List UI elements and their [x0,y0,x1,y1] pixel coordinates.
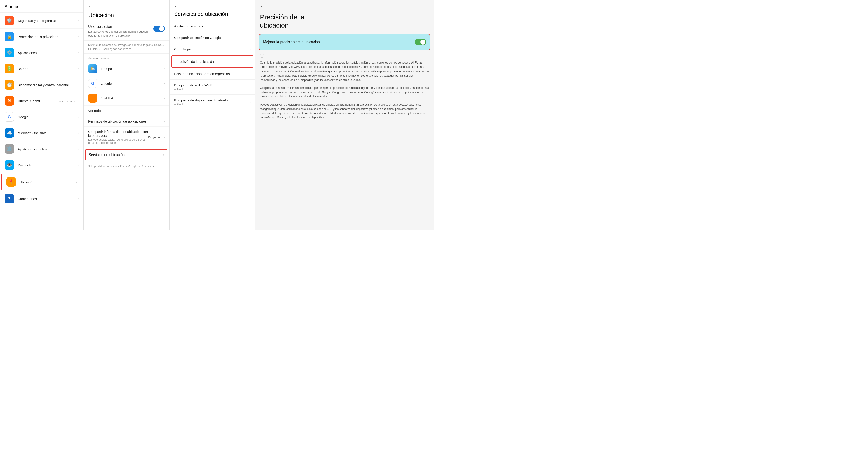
chevron-icon: › [76,180,77,184]
sidebar-item-aplicaciones[interactable]: ⚙️ Aplicaciones › [0,45,84,61]
compartir-sublabel: Las operadoras sabrán de tu ubicación a … [88,138,148,145]
recent-app-google[interactable]: G Google › [84,76,169,91]
bottom-note: Si la precisión de la ubicación de Googl… [84,162,169,171]
sidebar-item-bateria[interactable]: 🔋 Batería › [0,61,84,77]
compartir-google-item[interactable]: Compartir ubicación en Google › [169,32,255,43]
chevron-icon: › [250,85,251,89]
acceso-reciente-label: Acceso reciente [84,54,169,61]
usar-ubicacion-row[interactable]: Usar ubicación Las aplicaciones que tien… [84,22,169,41]
sidebar-item-bienestar[interactable]: ⏱️ Bienestar digital y control parental … [0,77,84,93]
seguridad-label: Seguridad y emergencias [18,19,76,23]
aplicaciones-label: Aplicaciones [18,51,76,55]
chevron-icon: › [164,81,165,86]
sidebar-item-privacidad-prot[interactable]: 🔒 Protección de la privacidad › [0,29,84,45]
usar-ubicacion-toggle[interactable] [153,26,165,32]
comentarios-icon: ? [4,194,14,204]
comentarios-label: Comentarios [18,197,76,201]
justeat-icon: JE [88,94,97,103]
xiaomi-icon: M [4,96,14,105]
back-button-3[interactable]: ← [169,0,255,10]
google-label: Google [18,115,76,119]
mejorar-toggle[interactable] [415,39,426,45]
servicios-box[interactable]: Servicios de ubicación › [86,149,167,160]
adicionales-label: Ajustes adicionales [18,147,76,151]
precision-box[interactable]: Precisión de la ubicación › [171,55,253,68]
ver-todo-link[interactable]: Ver todo [84,105,169,116]
chevron-icon: › [78,115,79,119]
privacidad-icon: 👁️ [4,160,14,170]
info-text-1: Cuando la precisión de la ubicación está… [260,61,429,82]
privacidad-prot-icon: 🔒 [4,32,14,41]
precision-label: Precisión de la ubicación [176,60,246,63]
chevron-icon: › [250,24,251,28]
compartir-item[interactable]: Compartir información de ubicación con l… [84,127,169,148]
sidebar-item-adicionales[interactable]: ⚙️ Ajustes adicionales › [0,141,84,157]
servicios-label: Servicios de ubicación [89,153,161,157]
sidebar-item-ubicacion[interactable]: 📍 Ubicación › [2,174,82,190]
mejorar-box[interactable]: Mejorar la precisión de la ubicación [259,34,430,50]
alertas-item[interactable]: Alertas de seísmos › [169,20,255,32]
selected-ubicacion-container: 📍 Ubicación › [1,174,82,190]
chevron-icon: › [164,67,165,71]
sidebar-item-onedrive[interactable]: ☁️ Microsoft OneDrive › [0,125,84,141]
sidebar-item-seguridad[interactable]: 🛡️ Seguridad y emergencias › [0,13,84,29]
ubicacion-icon: 📍 [6,177,16,187]
servicios-title: Servicios de ubicación [169,10,255,20]
wifi-label: Búsqueda de redes Wi-Fi [174,83,248,87]
bateria-label: Batería [18,67,76,71]
chevron-icon: › [78,83,79,87]
justeat-label: Just Eat [101,96,162,100]
emergencias-item[interactable]: Serv. de ubicación para emergencias › [169,68,255,80]
chevron-icon: › [78,131,79,135]
settings-title: Ajustes [0,0,84,13]
sidebar-item-xiaomi[interactable]: M Cuenta Xiaomi Javier Brenes › [0,93,84,109]
alertas-label: Alertas de seísmos [174,24,248,28]
precision-main-title: Precisión de laubicación [255,11,434,34]
chevron-icon: › [164,119,165,123]
precision-item[interactable]: Precisión de la ubicación › [172,56,253,67]
bluetooth-item[interactable]: Búsqueda de dispositivos Bluetooth Activ… [169,95,255,110]
bluetooth-label: Búsqueda de dispositivos Bluetooth [174,98,248,102]
compartir-label: Compartir información de ubicación con l… [88,130,148,137]
privacidad-prot-label: Protección de la privacidad [18,35,76,39]
recent-app-tiempo[interactable]: 🌤️ Tiempo › [84,61,169,76]
bluetooth-sublabel: Activado [174,103,248,106]
bateria-icon: 🔋 [4,64,14,73]
cronologia-item[interactable]: Cronología › [169,43,255,55]
chevron-icon: › [250,47,251,51]
emergencias-label: Serv. de ubicación para emergencias [174,72,248,76]
google-recent-label: Google [101,82,162,86]
sidebar-item-privacidad[interactable]: 👁️ Privacidad › [0,157,84,173]
info-icon: ⓘ [255,50,434,60]
usar-ubicacion-title: Usar ubicación [88,25,151,29]
bienestar-label: Bienestar digital y control parental [18,83,76,87]
ubicacion-panel: ← Ubicación Usar ubicación Las aplicacio… [84,0,169,230]
servicios-panel: ← Servicios de ubicación Alertas de seís… [169,0,255,230]
back-button-4[interactable]: ← [255,0,434,11]
recent-app-justeat[interactable]: JE Just Eat › [84,91,169,105]
sidebar-item-google[interactable]: G Google › [0,109,84,125]
bienestar-icon: ⏱️ [4,80,14,90]
privacidad-label: Privacidad [18,163,76,167]
precision-panel: ← Precisión de laubicación Mejorar la pr… [255,0,434,230]
xiaomi-label: Cuenta Xiaomi [18,99,57,103]
onedrive-icon: ☁️ [4,128,14,137]
permisos-item[interactable]: Permisos de ubicación de aplicaciones › [84,116,169,127]
back-button[interactable]: ← [84,0,169,10]
compartir-value: Preguntar [148,135,161,139]
satellite-note: Multitud de sistemas de navegación por s… [84,41,169,54]
chevron-icon: › [250,72,251,76]
xiaomi-sublabel: Javier Brenes [57,99,75,103]
chevron-icon: › [78,147,79,151]
wifi-item[interactable]: Búsqueda de redes Wi-Fi Activado › [169,80,255,95]
sidebar-item-comentarios[interactable]: ? Comentarios › [0,191,84,207]
onedrive-label: Microsoft OneDrive [18,131,76,135]
info-text-2: Google usa esta información sin identifi… [260,86,429,99]
servicios-row[interactable]: Servicios de ubicación › [86,150,167,160]
chevron-icon: › [247,59,248,63]
wifi-sublabel: Activado [174,88,248,91]
google-icon: G [4,112,14,122]
chevron-icon: › [164,135,165,139]
chevron-icon: › [78,163,79,167]
chevron-icon: › [164,96,165,100]
